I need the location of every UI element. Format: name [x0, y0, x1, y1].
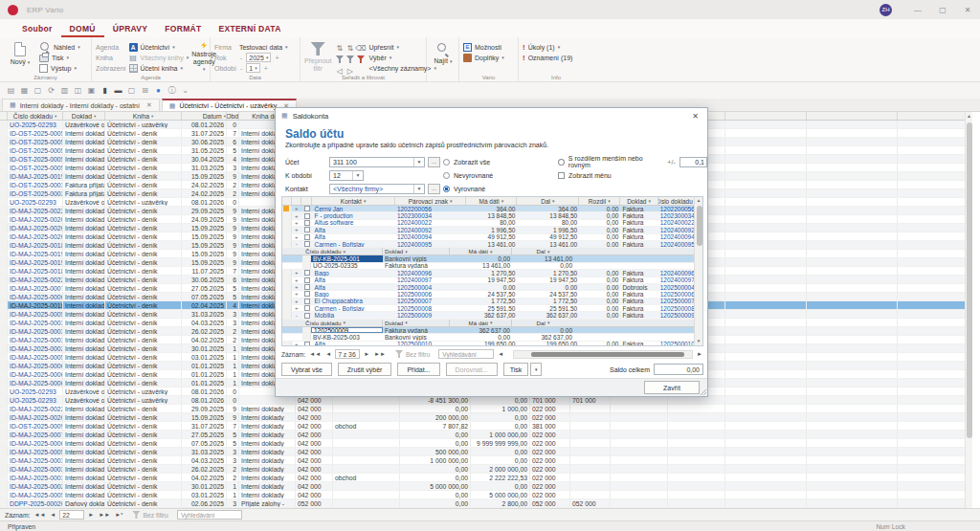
cislo-dokladu-link[interactable]: 1202500006 [658, 291, 694, 297]
year-minus-button[interactable]: - [239, 55, 243, 61]
expand-toggle[interactable]: + [292, 305, 301, 311]
expand-toggle[interactable]: + [292, 277, 301, 283]
table-row[interactable]: ID-MAJ-2025-0003 Interní doklad Účetnict… [0, 456, 965, 465]
table-row[interactable]: ID-OST-2025-0009 Interní doklad Účetnict… [0, 422, 965, 431]
table-icon[interactable]: ▦ [20, 86, 29, 95]
row-selector[interactable] [0, 499, 8, 507]
new-record-button[interactable]: ►* [114, 512, 123, 518]
parovaci-znak-link[interactable]: 1202200056 [395, 206, 467, 211]
saldo-sub-row[interactable]: 1202500009 Faktura vydaná 362 637,00 0,0… [282, 327, 694, 334]
row-selector[interactable] [0, 387, 8, 395]
expand-toggle[interactable]: + [292, 270, 301, 276]
print-quick-icon[interactable]: ▬ [114, 86, 122, 95]
find-button[interactable]: Najít ▾ [431, 40, 456, 73]
row-selector[interactable] [282, 212, 292, 218]
new-record-button[interactable]: Nový ▾ [4, 40, 36, 73]
row-selector[interactable] [0, 396, 8, 404]
row-checkbox[interactable] [301, 342, 313, 346]
saldo-grid-row[interactable]: + Alfa 1202500010 199 650,00 199 650,00 … [282, 342, 694, 346]
tab-externi-data[interactable]: EXTERNÍ DATA [210, 24, 289, 37]
saldo-grid-row[interactable]: + Alfa 1202400092 1 996,50 1 996,50 0,00… [282, 227, 694, 233]
expand-toggle[interactable]: + [292, 234, 301, 240]
next-record-button[interactable]: ► [87, 512, 95, 518]
table-row[interactable]: ID-MAJ-2025-0005 Interní doklad Účetnict… [0, 448, 965, 456]
cislo-dokladu-link[interactable]: 1202400096 [658, 270, 694, 276]
ledger-button[interactable]: Účetní kniha▾ [129, 63, 189, 73]
maximize-button[interactable]: ▢ [930, 0, 955, 19]
row-checkbox[interactable] [301, 212, 313, 218]
radio-unmatched[interactable]: Nevyrovnané [443, 168, 493, 182]
row-selector[interactable] [282, 220, 292, 226]
row-selector[interactable] [282, 227, 292, 232]
row-selector[interactable] [0, 482, 8, 490]
cislo-dokladu-link[interactable]: 1202200056 [658, 206, 694, 211]
column-header-obd[interactable]: Obd [227, 112, 239, 120]
clear-sort-icon[interactable]: ⌫ [356, 44, 365, 53]
col-kontakt[interactable]: Kontakt▾ [312, 197, 394, 205]
row-selector[interactable] [0, 258, 8, 266]
kontakt-link[interactable]: Bago [313, 270, 395, 276]
difference-input[interactable]: 0,1 [679, 157, 707, 167]
row-selector[interactable] [303, 263, 311, 269]
kontakt-link[interactable]: Alfa [313, 284, 395, 290]
record-number-input[interactable]: 22 [59, 510, 84, 520]
row-selector[interactable] [303, 255, 311, 261]
close-dialog-button[interactable]: Zavřít [644, 381, 700, 394]
split-view-icon[interactable]: ◫ [74, 86, 82, 95]
prev-record-button[interactable]: ◄ [324, 351, 332, 357]
table-row[interactable]: ID-MAJ-2025-0022 Interní doklad Účetnict… [0, 405, 965, 413]
sub-cislo-dokladu[interactable]: BV-KB-2025-001 [311, 255, 383, 261]
row-selector[interactable] [0, 215, 8, 223]
row-selector[interactable] [282, 299, 292, 304]
row-selector[interactable] [0, 129, 8, 137]
row-selector[interactable] [0, 172, 8, 180]
row-selector[interactable] [282, 270, 292, 276]
kontakt-link[interactable]: Alfa [313, 342, 395, 346]
next-record-button[interactable]: ► [363, 351, 370, 357]
sync-status-icon[interactable]: ● [154, 86, 163, 95]
period-selector[interactable]: 1▾ [246, 63, 259, 73]
checkbox-show-currency[interactable]: Zobrazit měnu [558, 168, 707, 182]
saldo-grid-row[interactable]: + Bago 1202500006 24 537,50 24 537,50 0,… [282, 291, 694, 298]
expand-toggle[interactable]: + [292, 227, 301, 232]
row-selector[interactable] [0, 276, 8, 283]
sort-desc-icon[interactable]: ⇅ [345, 44, 354, 53]
scroll-down-icon[interactable]: ▼ [695, 338, 702, 345]
row-checkbox[interactable] [301, 270, 313, 276]
tasks-button[interactable]: !Úkoly (1)▾ [523, 42, 572, 52]
table-row[interactable]: ID-MAJ-2025-0003 Interní doklad Účetnict… [0, 465, 965, 474]
row-selector[interactable] [0, 310, 8, 318]
saldo-grid-row[interactable]: + Carmen - Bořislav 1202500008 25 591,50… [282, 305, 694, 312]
row-selector[interactable] [0, 353, 8, 361]
row-selector[interactable] [0, 465, 8, 473]
col-rozdil[interactable]: Rozdíl▾ [579, 197, 620, 205]
col-doklad[interactable]: Doklad▾ [620, 197, 657, 205]
last-record-button[interactable]: ►► [373, 351, 387, 357]
kontakt-link[interactable]: Altus software [313, 220, 395, 226]
col-ma-dati[interactable]: Má dáti▾ [466, 197, 517, 205]
kontakt-link[interactable]: Carmen - Bořislav [313, 305, 395, 311]
add-button[interactable]: Přidat... [397, 363, 439, 376]
saldo-grid-row[interactable]: + Altus software 1202400022 80,00 80,00 … [282, 220, 694, 227]
tab-close-icon[interactable]: ✕ [146, 101, 152, 109]
row-checkbox[interactable] [301, 220, 313, 226]
row-selector[interactable] [0, 284, 8, 292]
addons-button[interactable]: Doplňky▾ [463, 53, 504, 62]
saldo-grid-row[interactable]: - Carmen - Bořislav 1202400095 13 461,00… [282, 241, 694, 248]
kontakt-link[interactable]: Bago [313, 291, 395, 297]
column-header-doklad[interactable]: Doklad▾ [63, 112, 105, 120]
scrollbar-thumb[interactable] [967, 122, 972, 438]
radio-with-difference[interactable]: S rozdílem menším nebo rovným +/- 0,1 [558, 155, 707, 168]
row-checkbox[interactable] [301, 206, 313, 211]
filter-state[interactable]: Bez filtru [132, 511, 167, 519]
cislo-dokladu-link[interactable]: 1202400097 [658, 277, 694, 283]
notifications-button[interactable]: !Oznámení (19) [523, 53, 572, 62]
radio-show-all[interactable]: Zobrazit vše [443, 155, 493, 168]
row-selector[interactable] [282, 206, 292, 211]
cislo-dokladu-link[interactable]: 1202500004 [658, 284, 694, 290]
form-icon[interactable]: ▤ [7, 86, 15, 95]
row-selector[interactable] [282, 342, 292, 346]
parovaci-znak-link[interactable]: 1202400092 [395, 227, 467, 232]
cislo-dokladu-link[interactable]: 1202500009 [658, 312, 694, 318]
resize-grip[interactable] [700, 388, 706, 395]
